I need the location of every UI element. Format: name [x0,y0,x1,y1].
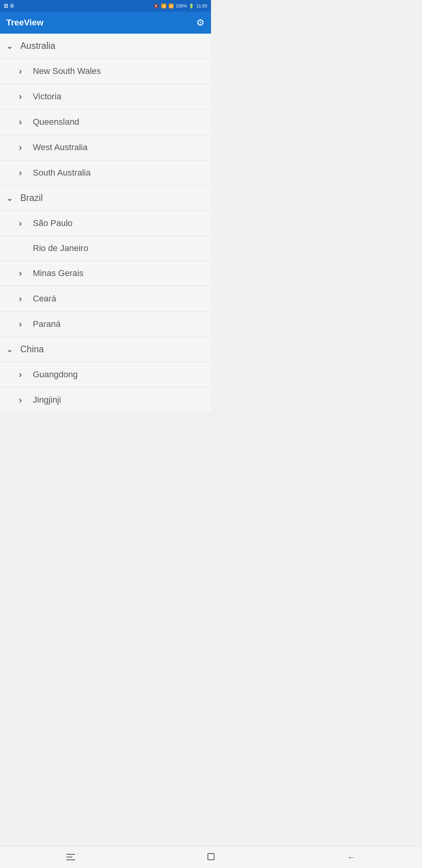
label-jingjinji: Jingjinji [33,395,61,405]
tree-row-queensland[interactable]: Queensland [0,109,211,135]
chevron-jingjinji [19,395,27,405]
chevron-guangdong [19,369,27,380]
chevron-victoria [19,91,27,102]
app-title: TreeView [6,18,43,28]
tree-row-minasgerais[interactable]: Minas Gerais [0,261,211,286]
tree-item-jingjinji: Jingjinji [0,387,211,412]
status-left-icons: 🖼 G [4,3,14,9]
chevron-brazil [6,194,14,203]
app-bar: TreeView ⚙ [0,12,211,34]
tree-item-minasgerais: Minas Gerais [0,261,211,286]
label-riodejaneiro: Rio de Janeiro [33,243,88,253]
tree-row-saopaulo[interactable]: São Paulo [0,211,211,236]
label-saopaulo: São Paulo [33,218,73,228]
label-westaustralia: West Australia [33,142,88,152]
image-icon: 🖼 [4,4,8,8]
label-brazil: Brazil [20,193,43,203]
signal-icon: 📶 [168,4,174,9]
chevron-china [6,345,14,354]
tree-row-riodejaneiro[interactable]: Rio de Janeiro [0,236,211,260]
label-nsw: New South Wales [33,66,101,76]
chevron-queensland [19,117,27,127]
wifi-icon: 📶 [161,4,166,9]
tree-row-guangdong[interactable]: Guangdong [0,362,211,387]
tree-item-southaustralia: South Australia [0,160,211,186]
tree-item-queensland: Queensland [0,109,211,135]
tree-content: AustraliaNew South WalesVictoriaQueensla… [0,34,211,412]
tree-row-parana[interactable]: Paraná [0,312,211,337]
tree-item-parana: Paraná [0,312,211,337]
tree-item-brazil: Brazil [0,186,211,211]
tree-row-victoria[interactable]: Victoria [0,84,211,109]
label-parana: Paraná [33,319,61,329]
label-southaustralia: South Australia [33,168,91,178]
tree-item-victoria: Victoria [0,84,211,109]
mute-icon: 🔇 [154,4,159,9]
status-right-icons: 🔇 📶 📶 100% 🔋 11:50 [154,4,207,9]
chevron-parana [19,319,27,330]
chevron-saopaulo [19,218,27,229]
chevron-australia [6,41,14,51]
chevron-westaustralia [19,142,27,153]
tree-row-westaustralia[interactable]: West Australia [0,135,211,160]
chevron-ceara [19,293,27,304]
chevron-southaustralia [19,167,27,178]
label-australia: Australia [20,41,55,51]
tree-item-china: China [0,337,211,362]
battery-percent: 100% [176,4,187,8]
tree-item-westaustralia: West Australia [0,135,211,160]
tree-row-ceara[interactable]: Ceará [0,286,211,311]
tree-row-china[interactable]: China [0,337,211,362]
label-queensland: Queensland [33,117,79,127]
tree-item-riodejaneiro: Rio de Janeiro [0,236,211,261]
settings-icon[interactable]: ⚙ [196,17,205,28]
tree-item-saopaulo: São Paulo [0,211,211,236]
tree-item-australia: Australia [0,34,211,59]
label-ceara: Ceará [33,294,56,304]
tree-row-southaustralia[interactable]: South Australia [0,160,211,185]
tree-item-nsw: New South Wales [0,59,211,84]
tree-row-brazil[interactable]: Brazil [0,186,211,210]
label-guangdong: Guangdong [33,369,78,380]
chevron-minasgerais [19,268,27,279]
tree-row-nsw[interactable]: New South Wales [0,59,211,84]
tree-row-jingjinji[interactable]: Jingjinji [0,387,211,412]
chevron-nsw [19,66,27,77]
tree-item-ceara: Ceará [0,286,211,312]
status-bar: 🖼 G 🔇 📶 📶 100% 🔋 11:50 [0,0,211,12]
label-victoria: Victoria [33,91,61,102]
tree-item-guangdong: Guangdong [0,362,211,387]
battery-icon: 🔋 [189,4,194,9]
label-minasgerais: Minas Gerais [33,268,84,278]
g-icon: G [10,3,14,9]
clock: 11:50 [196,4,207,8]
label-china: China [20,344,44,355]
tree-row-australia[interactable]: Australia [0,34,211,58]
